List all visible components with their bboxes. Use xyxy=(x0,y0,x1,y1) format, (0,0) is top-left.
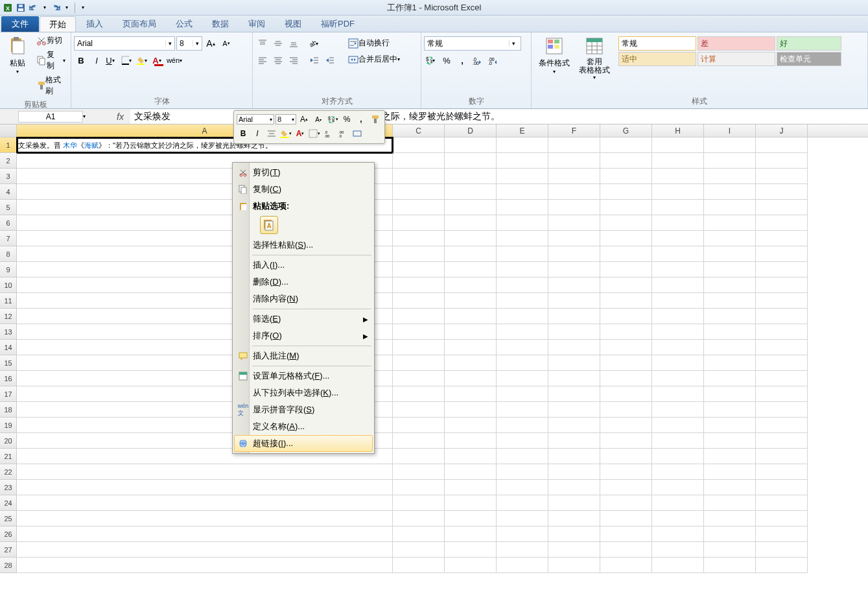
font-size-combo[interactable]: ▾ xyxy=(176,36,202,51)
style-neutral[interactable]: 适中 xyxy=(618,52,696,66)
save-icon[interactable] xyxy=(16,3,26,13)
cell[interactable] xyxy=(600,231,652,246)
cell[interactable] xyxy=(756,137,808,153)
cell[interactable] xyxy=(600,464,652,480)
cell[interactable] xyxy=(756,558,808,573)
col-header-G[interactable]: G xyxy=(600,124,652,137)
cell[interactable] xyxy=(704,340,756,355)
cell[interactable] xyxy=(548,324,600,340)
row-header[interactable]: 21 xyxy=(0,449,17,464)
increase-font-icon[interactable]: A▴ xyxy=(204,36,218,51)
cell[interactable] xyxy=(704,293,756,309)
cell[interactable] xyxy=(497,542,548,558)
cell[interactable] xyxy=(600,153,652,169)
col-header-E[interactable]: E xyxy=(497,124,548,137)
cell[interactable] xyxy=(548,495,600,511)
row-header[interactable]: 25 xyxy=(0,511,17,526)
font-name-combo[interactable]: ▾ xyxy=(74,36,175,51)
cell[interactable] xyxy=(445,293,497,309)
cell[interactable] xyxy=(600,169,652,184)
cell[interactable] xyxy=(548,355,600,371)
row-header[interactable]: 26 xyxy=(0,526,17,542)
row-header[interactable]: 5 xyxy=(0,200,17,215)
wrap-text-button[interactable]: 自动换行 xyxy=(346,36,406,50)
row-header[interactable]: 3 xyxy=(0,169,17,184)
cell[interactable] xyxy=(393,558,445,573)
cell[interactable] xyxy=(652,293,704,309)
cell[interactable] xyxy=(548,542,600,558)
cell[interactable] xyxy=(704,371,756,386)
cell[interactable] xyxy=(756,277,808,293)
cell[interactable] xyxy=(704,309,756,324)
cell[interactable] xyxy=(600,433,652,449)
cell[interactable] xyxy=(756,293,808,309)
cell[interactable] xyxy=(704,495,756,511)
row-header[interactable]: 20 xyxy=(0,433,17,449)
cell[interactable] xyxy=(445,511,497,526)
cell[interactable] xyxy=(548,526,600,542)
mini-italic-icon[interactable]: I xyxy=(251,127,264,140)
cell[interactable] xyxy=(17,480,393,495)
cell[interactable] xyxy=(704,542,756,558)
cell[interactable] xyxy=(652,558,704,573)
row-header[interactable]: 16 xyxy=(0,371,17,386)
cell[interactable] xyxy=(445,137,497,153)
accounting-format-icon[interactable]: 💱▾ xyxy=(424,53,438,67)
align-right-icon[interactable] xyxy=(287,53,301,67)
font-color-icon[interactable]: A▾ xyxy=(152,53,166,67)
cell[interactable] xyxy=(600,215,652,231)
cell[interactable] xyxy=(548,246,600,262)
align-bottom-icon[interactable] xyxy=(287,36,301,51)
cell[interactable] xyxy=(393,231,445,246)
cell[interactable] xyxy=(756,464,808,480)
row-header[interactable]: 15 xyxy=(0,355,17,371)
cell[interactable] xyxy=(497,558,548,573)
mini-border-icon[interactable]: ▾ xyxy=(308,127,321,140)
cell[interactable] xyxy=(548,169,600,184)
cell[interactable] xyxy=(393,526,445,542)
cell[interactable] xyxy=(704,464,756,480)
row-header[interactable]: 4 xyxy=(0,184,17,200)
cell[interactable] xyxy=(445,215,497,231)
cm-dropdown-list[interactable]: 从下拉列表中选择(K)... xyxy=(234,384,373,401)
cell[interactable] xyxy=(445,169,497,184)
mini-percent-icon[interactable]: % xyxy=(340,113,353,126)
row-header[interactable]: 11 xyxy=(0,293,17,309)
cell[interactable] xyxy=(704,215,756,231)
cell[interactable] xyxy=(548,137,600,153)
cell[interactable] xyxy=(497,464,548,480)
cell[interactable] xyxy=(548,558,600,573)
style-check[interactable]: 检查单元 xyxy=(777,52,841,66)
cell[interactable] xyxy=(17,542,393,558)
cell[interactable] xyxy=(497,262,548,277)
mini-accounting-icon[interactable]: 💱▾ xyxy=(326,113,339,126)
row-header[interactable]: 24 xyxy=(0,495,17,511)
cell[interactable] xyxy=(445,355,497,371)
cell[interactable] xyxy=(445,324,497,340)
mini-font-combo[interactable]: Arial▾ xyxy=(237,114,274,124)
cell[interactable] xyxy=(600,340,652,355)
row-header[interactable]: 14 xyxy=(0,340,17,355)
row-header[interactable]: 23 xyxy=(0,480,17,495)
cell[interactable] xyxy=(497,324,548,340)
col-header-J[interactable]: J xyxy=(756,124,808,137)
cell[interactable] xyxy=(548,309,600,324)
cell[interactable] xyxy=(393,184,445,200)
cell[interactable] xyxy=(600,480,652,495)
cell[interactable] xyxy=(756,511,808,526)
cell[interactable] xyxy=(393,511,445,526)
cell[interactable] xyxy=(652,433,704,449)
row-header[interactable]: 17 xyxy=(0,386,17,402)
border-icon[interactable]: ▾ xyxy=(121,53,135,67)
cell[interactable] xyxy=(393,340,445,355)
cell[interactable] xyxy=(393,200,445,215)
cell[interactable] xyxy=(652,355,704,371)
cell[interactable] xyxy=(548,511,600,526)
cell[interactable] xyxy=(600,511,652,526)
cell[interactable] xyxy=(445,309,497,324)
row-header[interactable]: 22 xyxy=(0,464,17,480)
cell[interactable] xyxy=(600,262,652,277)
align-center-icon[interactable] xyxy=(271,53,285,67)
cell[interactable] xyxy=(652,464,704,480)
cell[interactable] xyxy=(704,137,756,153)
